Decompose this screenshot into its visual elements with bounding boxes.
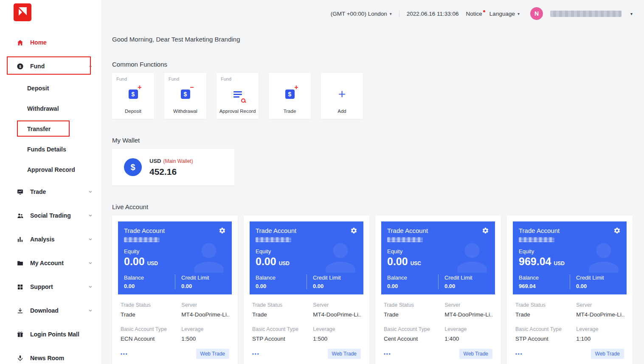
wallet-dollar-icon: $ (124, 158, 142, 176)
sidebar-item-download[interactable]: Download (0, 299, 101, 322)
more-button[interactable]: ••• (384, 351, 391, 356)
account-card: Trade Account Equity 0.00USD Balance0.00… (244, 216, 369, 364)
account-card: Trade Account Equity 969.04USD Balance96… (507, 216, 633, 364)
more-button[interactable]: ••• (121, 351, 128, 356)
sidebar-item-deposit[interactable]: Deposit (0, 78, 101, 98)
trade-status-value: Trade (121, 311, 181, 318)
account-number-redacted (256, 237, 291, 242)
account-card: Trade Account Equity 0.00USD Balance0.00… (112, 216, 238, 364)
common-function-card-trade[interactable]: $ + Trade (269, 73, 311, 119)
server-value: MT4-DooPrime-Li... (444, 311, 492, 318)
equity-value: 0.00 (124, 255, 145, 267)
magnifier-icon (241, 98, 245, 103)
notice-link[interactable]: Notice (466, 11, 482, 17)
sidebar-item-label: Social Trading (30, 212, 71, 219)
common-function-card-deposit[interactable]: Fund $ + Deposit (112, 73, 154, 119)
equity-currency: USD (554, 260, 564, 266)
card-category: Fund (116, 76, 127, 82)
leverage-value: 1:500 (181, 336, 229, 342)
card-category: Fund (169, 76, 179, 82)
server-value: MT4-DooPrime-Li... (576, 311, 624, 318)
trade-money-plus-icon: $ + (285, 87, 295, 101)
gear-icon[interactable] (613, 227, 621, 234)
credit-limit-value: 0.00 (313, 283, 363, 289)
credit-limit-label: Credit Limit (444, 274, 495, 281)
chevron-down-icon (88, 237, 93, 242)
sidebar-item-fund[interactable]: $ Fund (0, 54, 101, 78)
credit-limit-value: 0.00 (444, 283, 495, 289)
balance-label: Balance (387, 274, 438, 281)
sidebar-item-label: Approval Record (27, 166, 75, 173)
sidebar-item-trade[interactable]: Trade (0, 180, 101, 204)
brand-logo[interactable] (14, 3, 31, 21)
server-label: Server (313, 302, 361, 308)
sidebar-item-label: Withdrawal (27, 105, 59, 112)
chevron-down-icon (88, 308, 93, 313)
sidebar-item-support[interactable]: Support (0, 275, 101, 299)
trade-status-label: Trade Status (515, 302, 576, 308)
section-title-live-account: Live Account (112, 203, 633, 210)
web-trade-button[interactable]: Web Trade (591, 349, 624, 359)
divider (399, 11, 399, 17)
leverage-label: Leverage (444, 326, 492, 332)
common-function-card-approval-record[interactable]: Fund Approval Record (217, 73, 259, 119)
account-card-title: Trade Account (519, 227, 560, 234)
sidebar-item-login-points-mall[interactable]: Login Points Mall (0, 322, 101, 346)
sidebar-item-news-room[interactable]: News Room (0, 346, 101, 364)
gear-icon[interactable] (219, 227, 226, 234)
sidebar-item-analysis[interactable]: Analysis (0, 227, 101, 251)
equity-label: Equity (124, 248, 226, 255)
sidebar-item-transfer[interactable]: Transfer (0, 119, 101, 139)
balance-label: Balance (519, 274, 570, 281)
timezone-selector[interactable]: (GMT +00:00) London ▾ (331, 11, 392, 17)
trade-status-value: Trade (384, 311, 444, 318)
account-number-redacted (387, 237, 423, 242)
account-card-title: Trade Account (124, 227, 165, 234)
web-trade-button[interactable]: Web Trade (328, 349, 361, 359)
chevron-down-icon (88, 284, 93, 289)
microphone-icon (16, 354, 24, 362)
main-content: (GMT +00:00) London ▾ 2022.06.16 11:33:0… (102, 0, 644, 364)
credit-limit-label: Credit Limit (313, 274, 363, 281)
avatar[interactable]: N (530, 7, 543, 20)
more-button[interactable]: ••• (252, 351, 260, 356)
trade-icon (16, 188, 24, 196)
greeting-text: Good Morning, Dear Test Marketing Brandi… (112, 36, 633, 43)
server-value: MT4-DooPrime-Li... (313, 311, 361, 318)
gear-icon[interactable] (350, 227, 357, 234)
sidebar-item-approval-record[interactable]: Approval Record (0, 160, 101, 180)
language-label: Language (489, 11, 515, 17)
chevron-down-icon (88, 213, 93, 218)
language-selector[interactable]: Language ▾ (489, 11, 520, 17)
more-button[interactable]: ••• (515, 351, 523, 356)
equity-value: 0.00 (387, 255, 408, 267)
account-type-label: Basic Account Type (121, 326, 181, 332)
sidebar-item-label: News Room (30, 355, 64, 361)
sidebar-item-funds-details[interactable]: Funds Details (0, 139, 101, 160)
download-icon (16, 307, 24, 314)
gear-icon[interactable] (482, 227, 489, 234)
credit-limit-value: 0.00 (576, 283, 627, 289)
wallet-card[interactable]: $ USD(Main Wallet) 452.16 (112, 149, 234, 185)
web-trade-button[interactable]: Web Trade (196, 349, 229, 359)
sidebar-item-social-trading[interactable]: Social Trading (0, 204, 101, 227)
sidebar-item-withdrawal[interactable]: Withdrawal (0, 98, 101, 119)
web-trade-button[interactable]: Web Trade (459, 349, 492, 359)
common-function-card-withdrawal[interactable]: Fund $ − Withdrawal (164, 73, 206, 119)
section-title-common-functions: Common Functions (112, 61, 633, 68)
common-function-card-add[interactable]: + Add (321, 73, 363, 119)
leverage-label: Leverage (181, 326, 229, 332)
account-card-header: Trade Account Equity 969.04USD Balance96… (513, 221, 627, 294)
balance-label: Balance (124, 274, 175, 281)
analysis-bar-chart-icon (16, 235, 24, 243)
common-functions-cards: Fund $ + Deposit Fund $ − Withdrawal Fun… (112, 73, 633, 119)
sidebar-item-label: Analysis (30, 236, 55, 243)
sidebar-item-home[interactable]: Home (0, 31, 101, 54)
trade-status-value: Trade (252, 311, 313, 318)
trade-status-label: Trade Status (121, 302, 181, 308)
wallet-amount: 452.16 (149, 167, 193, 177)
account-card-body: Trade StatusTrade ServerMT4-DooPrime-Li.… (513, 294, 627, 359)
chevron-down-icon[interactable]: ▾ (630, 11, 633, 16)
sidebar-item-my-account[interactable]: My Account (0, 251, 101, 275)
username-redacted[interactable] (550, 11, 622, 17)
